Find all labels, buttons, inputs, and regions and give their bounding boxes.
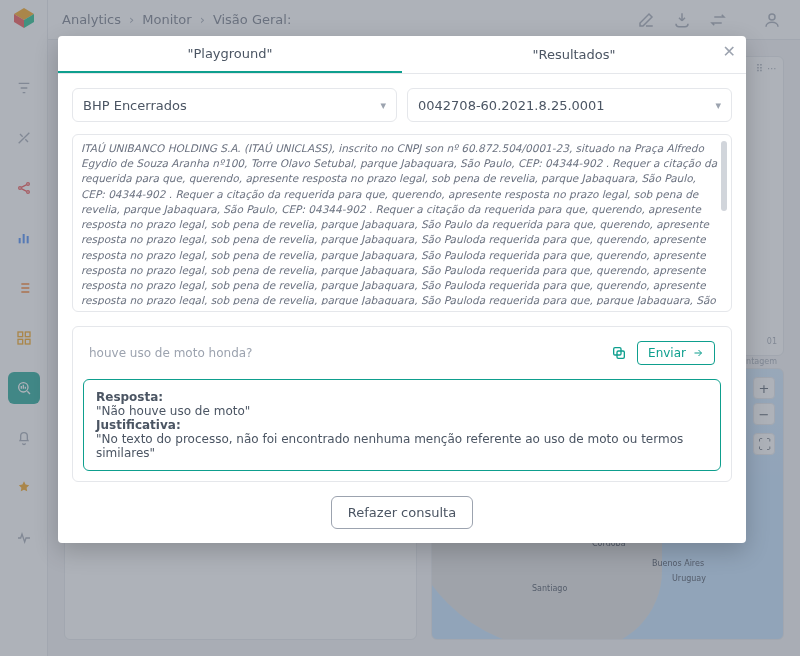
close-icon[interactable]: ✕ (723, 44, 736, 60)
answer-key: Resposta: (96, 390, 163, 404)
retry-button[interactable]: Refazer consulta (331, 496, 473, 529)
chevron-down-icon: ▾ (380, 99, 386, 112)
process-select-value: 0042708-60.2021.8.25.0001 (418, 98, 605, 113)
answer-box: Resposta: "Não houve uso de moto" Justif… (83, 379, 721, 471)
playground-modal: ✕ "Playground" "Resultados" BHP Encerrad… (58, 36, 746, 543)
tab-resultados[interactable]: "Resultados" (402, 36, 746, 73)
document-viewer[interactable]: ITAÚ UNIBANCO HOLDING S.A. (ITAÚ UNICLAS… (72, 134, 732, 312)
justification-key: Justificativa: (96, 418, 181, 432)
copy-icon[interactable] (611, 345, 627, 361)
scrollbar-thumb[interactable] (721, 141, 727, 211)
chevron-down-icon: ▾ (715, 99, 721, 112)
send-button-label: Enviar (648, 346, 686, 360)
send-button[interactable]: Enviar (637, 341, 715, 365)
process-select[interactable]: 0042708-60.2021.8.25.0001 ▾ (407, 88, 732, 122)
query-input[interactable]: houve uso de moto honda? (89, 346, 252, 360)
justification-value: "No texto do processo, não foi encontrad… (96, 432, 708, 460)
dataset-select[interactable]: BHP Encerrados ▾ (72, 88, 397, 122)
modal-tabs: "Playground" "Resultados" (58, 36, 746, 74)
query-panel: houve uso de moto honda? Enviar Resposta… (72, 326, 732, 482)
answer-value: "Não houve uso de moto" (96, 404, 708, 418)
document-text: ITAÚ UNIBANCO HOLDING S.A. (ITAÚ UNICLAS… (81, 141, 719, 305)
dataset-select-value: BHP Encerrados (83, 98, 187, 113)
tab-playground[interactable]: "Playground" (58, 36, 402, 73)
